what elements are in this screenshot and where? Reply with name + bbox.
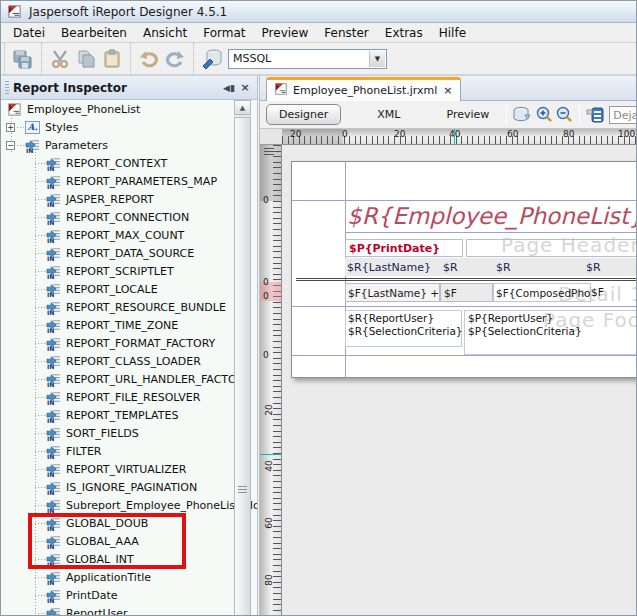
tree-item-parameters[interactable]: −INParameters xyxy=(1,136,257,154)
format-tool-icon[interactable] xyxy=(585,103,605,127)
scrollbar-thumb[interactable] xyxy=(234,117,251,616)
parameter-icon: IN xyxy=(46,318,61,333)
column-header-label[interactable]: $R xyxy=(496,261,511,274)
band-separator[interactable] xyxy=(292,355,637,356)
tree-item-label: REPORT_CONTEXT xyxy=(66,157,167,170)
expand-icon[interactable]: + xyxy=(6,123,15,132)
save-all-button[interactable] xyxy=(10,47,36,71)
tree-item-report_time_zone[interactable]: INREPORT_TIME_ZONE xyxy=(1,316,257,334)
menu-item-bearbeiten[interactable]: Bearbeiten xyxy=(53,24,135,42)
tree-item-report_data_source[interactable]: INREPORT_DATA_SOURCE xyxy=(1,244,257,262)
view-button-preview[interactable]: Preview xyxy=(434,105,501,124)
close-panel-icon[interactable]: × xyxy=(237,80,253,96)
connection-selector[interactable]: MSSQL ▼ xyxy=(228,49,387,69)
menu-item-datei[interactable]: Datei xyxy=(5,24,53,42)
tree-item-is_ignore_pagination[interactable]: INIS_IGNORE_PAGINATION xyxy=(1,478,257,496)
report-page[interactable]: $R{Employee_PhoneList} Page Header $P{Pr… xyxy=(291,161,637,378)
redo-button[interactable] xyxy=(162,47,188,71)
vertical-ruler[interactable]: 000020406080 xyxy=(260,145,282,616)
footer-expression[interactable]: $P{SelectionCriteria} xyxy=(468,325,582,337)
copy-button[interactable] xyxy=(73,47,99,71)
parameter-icon: IN xyxy=(46,372,61,387)
horizontal-ruler[interactable]: 20020406080100 xyxy=(282,129,637,145)
tree-item-label: REPORT_FILE_RESOLVER xyxy=(66,391,200,404)
tree-scrollbar[interactable]: ▲ xyxy=(234,100,251,616)
tree-item-styles[interactable]: +A.Styles xyxy=(1,118,257,136)
dock-panel-icon[interactable]: ◀▮ xyxy=(221,80,237,96)
menu-item-fenster[interactable]: Fenster xyxy=(316,24,377,42)
cut-button[interactable] xyxy=(47,47,73,71)
band-separator[interactable] xyxy=(296,280,637,281)
tree-item-report_virtualizer[interactable]: INREPORT_VIRTUALIZER xyxy=(1,460,257,478)
menu-item-preview[interactable]: Preview xyxy=(254,24,317,42)
chevron-down-icon[interactable]: ▼ xyxy=(369,51,385,67)
menu-item-extras[interactable]: Extras xyxy=(377,24,431,42)
band-separator[interactable] xyxy=(296,278,637,279)
view-button-designer[interactable]: Designer xyxy=(266,104,341,125)
band-separator[interactable] xyxy=(292,306,637,307)
svg-text:IN: IN xyxy=(47,308,54,314)
footer-expression[interactable]: $P{ReportUser} xyxy=(468,312,553,324)
column-header-band[interactable]: $R{LastName} $R $R $R xyxy=(345,258,637,276)
tree-item-report_scriptlet[interactable]: INREPORT_SCRIPTLET xyxy=(1,262,257,280)
paste-button[interactable] xyxy=(99,47,125,71)
tree-item-sort_fields[interactable]: INSORT_FIELDS xyxy=(1,424,257,442)
tree-item-report_file_resolver[interactable]: INREPORT_FILE_RESOLVER xyxy=(1,388,257,406)
tab-employee-phonelist[interactable]: Employee_PhoneList.jrxml × xyxy=(266,77,461,101)
menu-item-format[interactable]: Format xyxy=(195,24,253,42)
design-canvas[interactable]: $R{Employee_PhoneList} Page Header $P{Pr… xyxy=(282,145,637,616)
database-connection-icon[interactable] xyxy=(199,47,225,71)
tree-item-jasper_report[interactable]: INJASPER_REPORT xyxy=(1,190,257,208)
tree-item-report_parameters_map[interactable]: INREPORT_PARAMETERS_MAP xyxy=(1,172,257,190)
tree-item-report_templates[interactable]: INREPORT_TEMPLATES xyxy=(1,406,257,424)
column-header-label[interactable]: $R{LastName} xyxy=(347,261,431,274)
tree-item-report_connection[interactable]: INREPORT_CONNECTION xyxy=(1,208,257,226)
title-bar[interactable]: Jaspersoft iReport Designer 4.5.1 xyxy=(1,1,636,23)
detail-field-lastname[interactable]: $F{LastName} + ", " xyxy=(345,283,440,302)
footer-label[interactable]: $R{SelectionCriteria} xyxy=(348,325,463,337)
tree-item-report_url_handler_factory[interactable]: INREPORT_URL_HANDLER_FACTORY xyxy=(1,370,257,388)
tab-close-icon[interactable]: × xyxy=(443,86,452,96)
tree-item-report_class_loader[interactable]: INREPORT_CLASS_LOADER xyxy=(1,352,257,370)
undo-button[interactable] xyxy=(136,47,162,71)
detail-field-composedphone[interactable]: $F{ComposedPhone} xyxy=(493,283,591,302)
printdate-cell[interactable]: $P{PrintDate} xyxy=(345,239,463,257)
menu-item-hilfe[interactable]: Hilfe xyxy=(431,24,474,42)
connection-value: MSSQL xyxy=(229,52,271,65)
tree-item-printdate[interactable]: INPrintDate xyxy=(1,586,257,604)
tree-item-report_context[interactable]: INREPORT_CONTEXT xyxy=(1,154,257,172)
column-header-label[interactable]: $R xyxy=(586,261,601,274)
band-separator[interactable] xyxy=(292,200,637,201)
ruler-grip[interactable] xyxy=(264,148,274,155)
parameter-icon: IN xyxy=(46,210,61,225)
detail-field[interactable]: $F xyxy=(591,286,604,298)
column-header-label[interactable]: $R xyxy=(443,261,458,274)
parameter-icon: IN xyxy=(46,156,61,171)
tree-item-employee_phonelist[interactable]: Employee_PhoneList xyxy=(1,100,257,118)
report-query-icon[interactable] xyxy=(512,103,534,127)
tree-item-subreport_employee_phonelist_hor[interactable]: INSubreport_Employee_PhoneList_Hor xyxy=(1,496,257,514)
tree-item-report_locale[interactable]: INREPORT_LOCALE xyxy=(1,280,257,298)
font-name-field[interactable]: DejaVu Sans xyxy=(609,106,637,124)
tree-item-filter[interactable]: INFILTER xyxy=(1,442,257,460)
zoom-in-icon[interactable] xyxy=(534,103,554,127)
tree-item-report_max_count[interactable]: INREPORT_MAX_COUNT xyxy=(1,226,257,244)
tree-item-report_resource_bundle[interactable]: INREPORT_RESOURCE_BUNDLE xyxy=(1,298,257,316)
parameter-icon: IN xyxy=(46,390,61,405)
scroll-up-icon[interactable]: ▲ xyxy=(234,100,251,115)
tree-item-label: REPORT_CONNECTION xyxy=(66,211,189,224)
view-button-xml[interactable]: XML xyxy=(365,105,412,124)
parameter-icon: IN xyxy=(46,228,61,243)
menu-item-ansicht[interactable]: Ansicht xyxy=(135,24,195,42)
tree-item-report_format_factory[interactable]: INREPORT_FORMAT_FACTORY xyxy=(1,334,257,352)
detail-field[interactable]: $F xyxy=(440,283,493,302)
ruler-number: 100 xyxy=(618,129,635,139)
zoom-out-icon[interactable] xyxy=(554,103,574,127)
empty-cell[interactable] xyxy=(466,239,637,257)
tree-item-applicationtitle[interactable]: INApplicationTitle xyxy=(1,568,257,586)
footer-label[interactable]: $R{ReportUser} xyxy=(348,312,434,324)
report-title-expression[interactable]: $R{Employee_PhoneList} xyxy=(347,203,637,229)
collapse-icon[interactable]: − xyxy=(6,141,15,150)
panel-grip[interactable] xyxy=(5,81,9,95)
tree-item-reportuser[interactable]: INReportUser xyxy=(1,604,257,616)
